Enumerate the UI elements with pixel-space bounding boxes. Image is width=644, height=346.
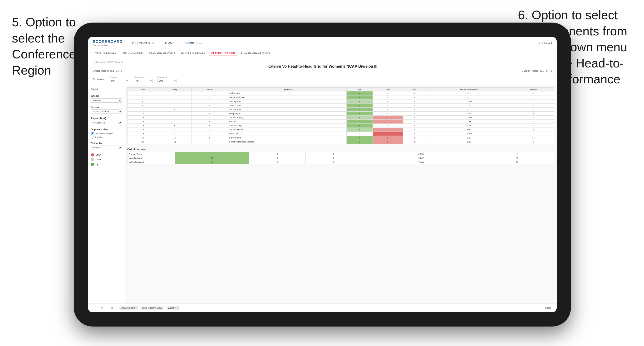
sub-nav-player-summary[interactable]: PLAYER SUMMARY bbox=[179, 51, 208, 56]
ood-cell-diff: 7.400 bbox=[362, 160, 480, 164]
tablet-frame: SCOREBOARD Powered by clippd TOURNAMENTS… bbox=[74, 22, 571, 327]
cell-opponent: Stella Cheng bbox=[228, 124, 346, 128]
ood-cell-diff: 4.500 bbox=[362, 152, 480, 156]
conference-select[interactable]: (All) bbox=[134, 79, 153, 83]
opponent-select[interactable]: (All) bbox=[158, 79, 176, 83]
cell-conf: 4 bbox=[192, 120, 228, 124]
cell-diff: 1.33 bbox=[426, 140, 513, 144]
share-button[interactable]: Share bbox=[543, 306, 553, 310]
division-record: Division Record: 331 - 34 - 6 bbox=[522, 70, 552, 72]
legend-area: Down Level Up bbox=[91, 153, 122, 166]
nav-link-teams[interactable]: TEAMS bbox=[163, 40, 176, 46]
cell-conf: 3 bbox=[192, 128, 228, 132]
report-title: Katelyn Vo Head-to-Head Grid for Women's… bbox=[93, 64, 552, 69]
cell-rounds: 7 bbox=[513, 128, 554, 132]
cell-loss: 0 bbox=[372, 112, 403, 116]
cell-div: 11 bbox=[128, 112, 158, 116]
gender-label: Gender bbox=[91, 95, 122, 97]
out-of-division-row: Foreign Team 1 0 0 4.500 2 bbox=[128, 152, 554, 156]
cell-diff: 0.38 bbox=[426, 120, 513, 124]
cell-opponent: Emily Chang bbox=[228, 136, 346, 140]
cell-div: 19 bbox=[128, 136, 158, 140]
sub-nav-player-h2h-heatmap[interactable]: PLAYER H2H HEATMAP bbox=[238, 51, 273, 56]
filter-area: Opponents: Region (All) Conference (All)… bbox=[88, 74, 557, 85]
cell-rounds: 4 bbox=[513, 108, 554, 112]
th-div: # Div bbox=[128, 88, 158, 91]
th-reg: # Reg bbox=[158, 88, 191, 91]
cell-win: 1 bbox=[346, 112, 372, 116]
undo-button[interactable]: ↩ bbox=[92, 306, 97, 310]
sub-nav-team-h2h-heatmap[interactable]: TEAM H2H HEATMAP bbox=[146, 51, 178, 56]
cell-diff: -3.00 bbox=[426, 116, 513, 120]
th-win: Win bbox=[346, 88, 372, 91]
cell-conf: 1 bbox=[192, 91, 228, 95]
ood-cell-name: NAIA Division 1 bbox=[128, 156, 175, 160]
cell-diff: -5.00 bbox=[426, 132, 513, 136]
copy-button[interactable]: ⊞ bbox=[109, 306, 115, 310]
cell-opponent: Esther Lee bbox=[228, 91, 346, 95]
cell-tie: 0 bbox=[403, 140, 426, 144]
th-opponent: Opponent bbox=[228, 88, 346, 91]
sidebar-division-section: Division NCAA Division III bbox=[91, 106, 122, 114]
nav-link-committee[interactable]: COMMITTEE bbox=[184, 40, 204, 46]
sidebar-player-section: Player bbox=[91, 88, 122, 91]
sidebar-player-rank-section: Player (Rank) 8. Katelyn Vo bbox=[91, 117, 122, 125]
cell-rounds: 3 bbox=[513, 100, 554, 104]
cell-diff: 3.33 bbox=[426, 112, 513, 116]
table-row: 6 3 3 Sydney Kuo 1 0 0 -1.00 3 bbox=[128, 100, 554, 104]
conference-label: Conference bbox=[134, 76, 153, 78]
cell-tie: 0 bbox=[403, 108, 426, 112]
cell-conf: 1 bbox=[192, 116, 228, 120]
view-original-button[interactable]: View: Original bbox=[119, 306, 138, 310]
player-rank-select[interactable]: 8. Katelyn Vo bbox=[91, 121, 122, 125]
out-of-division-row: NAIA Division 1 15 0 0 9.267 30 bbox=[128, 156, 554, 160]
table-row: 14 7 4 Eunice Yi 2 2 0 0.38 9 bbox=[128, 120, 554, 124]
cell-tie: 0 bbox=[403, 128, 426, 132]
cell-loss: 1 bbox=[372, 140, 403, 144]
ood-cell-rounds: 2 bbox=[480, 152, 554, 156]
gender-select[interactable]: Women's bbox=[91, 98, 122, 103]
sub-nav-player-h2h-grid[interactable]: PLAYER H2H GRID bbox=[209, 51, 238, 56]
cell-reg: 2 bbox=[158, 95, 191, 100]
region-select[interactable]: (All) bbox=[110, 79, 129, 83]
opponent-view-label: Opponent view bbox=[91, 128, 122, 131]
content-layout: Player Gender Women's Division NCAA Divi… bbox=[88, 85, 557, 303]
table-row: 13 1 1 Jessica Huang 1 1 0 -3.00 2 bbox=[128, 116, 554, 120]
table-row: 16 3 3 Jessica Mason 1 2 0 -0.94 7 bbox=[128, 128, 554, 132]
division-select[interactable]: NCAA Division III bbox=[91, 110, 122, 114]
ood-cell-rounds: 10 bbox=[480, 160, 554, 164]
cell-diff: -1.00 bbox=[426, 100, 513, 104]
opponents-played-radio[interactable]: Opponents Played bbox=[91, 132, 122, 135]
sign-out-link[interactable]: Sign out bbox=[542, 41, 552, 44]
ood-cell-name: Foreign Team bbox=[128, 152, 175, 156]
player-rank-label: Player (Rank) bbox=[91, 117, 122, 120]
cell-win: 1 bbox=[346, 91, 372, 95]
toolbar-divider-2 bbox=[116, 306, 117, 310]
cell-div: 20 bbox=[128, 140, 158, 144]
sidebar: Player Gender Women's Division NCAA Divi… bbox=[88, 85, 125, 303]
watch-button[interactable]: Watch ▾ bbox=[166, 306, 179, 310]
cell-div: 6 bbox=[128, 100, 158, 104]
table-area: # Div # Reg # Conf Opponent Win Loss Tie… bbox=[125, 85, 557, 303]
cell-tie: 0 bbox=[403, 132, 426, 136]
cell-tie: 0 bbox=[403, 91, 426, 95]
redo-button[interactable]: ↪ bbox=[99, 306, 105, 310]
logo-area: SCOREBOARD Powered by clippd bbox=[93, 40, 123, 46]
colour-by-select[interactable]: Win/loss bbox=[91, 146, 122, 150]
cell-div: 9 bbox=[128, 104, 158, 108]
cell-div: 3 bbox=[128, 91, 158, 95]
top-100-radio[interactable]: Top 100 bbox=[91, 136, 122, 139]
cell-div: 13 bbox=[128, 116, 158, 120]
nav-link-tournaments[interactable]: TOURNAMENTS bbox=[130, 40, 156, 46]
top-nav-links: TOURNAMENTS TEAMS COMMITTEE bbox=[130, 40, 539, 46]
opponent-filter-group: Opponent (All) bbox=[158, 76, 176, 83]
sub-nav-team-summary[interactable]: TEAM SUMMARY bbox=[93, 51, 119, 56]
sub-nav-team-h2h-grid[interactable]: TEAM H2H GRID bbox=[120, 51, 145, 56]
cell-conf: 2 bbox=[192, 132, 228, 136]
cell-win: 1 bbox=[346, 104, 372, 108]
ood-cell-loss: 0 bbox=[249, 160, 306, 164]
sub-nav: TEAM SUMMARY TEAM H2H GRID TEAM H2H HEAT… bbox=[88, 49, 557, 58]
save-custom-button[interactable]: Save Custom View bbox=[140, 306, 164, 310]
table-row: 10 6 3 Andrea York 2 0 0 4.00 4 bbox=[128, 108, 554, 112]
cell-win: 2 bbox=[346, 140, 372, 144]
